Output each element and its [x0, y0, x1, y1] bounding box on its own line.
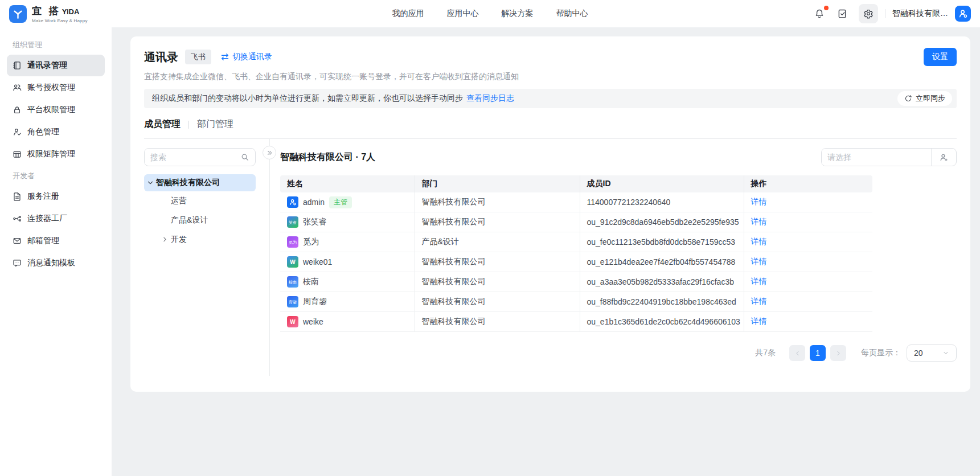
connector-icon [13, 214, 22, 223]
logo-cn: 宜 搭 [32, 5, 61, 18]
tree-item[interactable]: 产品&设计 [144, 211, 256, 230]
app-logo[interactable]: 宜 搭 YiDA Make Work Easy & Happy [9, 5, 88, 23]
member-detail-link[interactable]: 详情 [751, 297, 767, 306]
pagination-next-button[interactable] [830, 345, 846, 361]
chevron-down-icon[interactable] [146, 179, 154, 187]
member-name-cell: Wweike [280, 312, 415, 332]
member-id-cell: ou_e1b1c365d61de2c0cb62c4d496606103 [580, 312, 744, 332]
settings-button[interactable]: 设置 [924, 48, 957, 66]
sidebar-item-label: 通讯录管理 [27, 60, 67, 71]
sidebar-item-users[interactable]: 账号授权管理 [7, 77, 105, 99]
member-dept-cell: 产品&设计 [415, 232, 580, 252]
contacts-card: 通讯录 飞书 切换通讯录 设置 宜搭支持集成企业微信、飞书、企业自有通讯录，可实… [130, 36, 970, 392]
sidebar-item-chat[interactable]: 消息通知模板 [7, 252, 105, 274]
member-dept-cell: 智融科技有限公司 [415, 252, 580, 272]
logo-en: YiDA [62, 7, 80, 16]
source-badge: 飞书 [185, 50, 211, 64]
member-name: weike01 [303, 257, 332, 266]
top-menu: 我的应用应用中心解决方案帮助中心 [392, 9, 588, 19]
members-header-row: 智融科技有限公司 · 7人 [280, 148, 957, 166]
member-action-cell: 详情 [744, 272, 872, 292]
sync-now-button[interactable]: 立即同步 [897, 91, 952, 106]
chat-icon [13, 258, 22, 268]
sidebar-item-document[interactable]: 服务注册 [7, 186, 105, 207]
sidebar-item-address-book[interactable]: 通讯录管理 [7, 55, 105, 76]
page-title: 通讯录 [144, 50, 178, 65]
document-icon [13, 192, 22, 201]
pagination-total: 共7条 [755, 348, 776, 358]
member-detail-link[interactable]: 详情 [751, 197, 767, 206]
member-picker-input[interactable] [822, 149, 931, 166]
notification-dot [824, 6, 829, 10]
current-company-name[interactable]: 智融科技有限… [892, 9, 948, 19]
tree-item-label: 运营 [171, 196, 187, 206]
per-page-select[interactable]: 20 [907, 344, 957, 362]
column-header-3: 成员ID [580, 175, 744, 192]
members-title: 智融科技有限公司 · 7人 [280, 151, 375, 163]
collapse-tree-button[interactable] [263, 146, 276, 159]
member-name: 张笑睿 [303, 217, 327, 227]
page-description: 宜搭支持集成企业微信、飞书、企业自有通讯录，可实现统一账号登录，并可在客户端收到… [144, 72, 957, 82]
nav-menu-item-3[interactable]: 解决方案 [502, 9, 534, 19]
notification-bell-icon[interactable] [811, 5, 828, 22]
nav-menu-item-1[interactable]: 我的应用 [392, 9, 424, 19]
member-detail-link[interactable]: 详情 [751, 217, 767, 226]
tabs-row: 成员管理 部门管理 [144, 118, 957, 139]
switch-contacts-link[interactable]: 切换通讯录 [220, 52, 272, 62]
member-id-cell: ou_fe0c11213e5bdb8fd0dcb58e7159cc53 [580, 232, 744, 252]
sidebar-item-lock[interactable]: 平台权限管理 [7, 99, 105, 121]
yida-logo-icon [9, 5, 27, 23]
sidebar-section-title: 组织管理 [13, 40, 99, 50]
column-header-2: 部门 [415, 175, 580, 192]
member-detail-link[interactable]: 详情 [751, 277, 767, 286]
tab-member-management[interactable]: 成员管理 [144, 118, 181, 130]
member-dept-cell: 智融科技有限公司 [415, 212, 580, 232]
swap-icon [220, 52, 229, 61]
member-detail-link[interactable]: 详情 [751, 237, 767, 246]
sidebar-item-grid[interactable]: 权限矩阵管理 [7, 143, 105, 165]
sync-log-link[interactable]: 查看同步日志 [466, 93, 514, 104]
department-tree: 智融科技有限公司 运营产品&设计开发 [144, 174, 256, 249]
sidebar-item-mail[interactable]: 邮箱管理 [7, 230, 105, 252]
member-detail-link[interactable]: 详情 [751, 257, 767, 266]
pagination-page-1[interactable]: 1 [810, 345, 826, 361]
member-picker [821, 148, 957, 166]
user-avatar[interactable] [955, 6, 971, 22]
chevron-left-icon [794, 350, 801, 357]
settings-gear-icon[interactable] [859, 4, 878, 23]
todo-clipboard-icon[interactable] [834, 5, 851, 22]
tree-item[interactable]: 运营 [144, 191, 256, 211]
sync-icon [904, 95, 912, 102]
pagination-prev-button[interactable] [789, 345, 805, 361]
member-name-wrap: Wweike01 [287, 252, 408, 272]
pagination: 共7条 1 每页显示： 20 [280, 344, 957, 362]
tree-item[interactable]: 开发 [144, 230, 256, 249]
panel-divider [269, 139, 270, 376]
sidebar-item-label: 权限矩阵管理 [27, 149, 75, 159]
sidebar-item-person-check[interactable]: 角色管理 [7, 121, 105, 143]
tab-department-management[interactable]: 部门管理 [197, 118, 233, 130]
member-name: weike [303, 317, 323, 326]
member-name-wrap: 桉南桉南 [287, 272, 408, 292]
nav-menu-item-4[interactable]: 帮助中心 [556, 9, 588, 19]
member-detail-link[interactable]: 详情 [751, 317, 767, 326]
member-dept-cell: 智融科技有限公司 [415, 192, 580, 212]
per-page-label: 每页显示： [861, 348, 901, 358]
chevron-right-icon [835, 350, 842, 357]
logo-text: 宜 搭 YiDA Make Work Easy & Happy [32, 5, 88, 23]
tree-children: 运营产品&设计开发 [144, 191, 256, 249]
tree-search-input[interactable] [150, 153, 240, 162]
member-dept-cell: 智融科技有限公司 [415, 292, 580, 312]
add-person-button[interactable] [931, 149, 956, 166]
member-action-cell: 详情 [744, 312, 872, 332]
grid-icon [13, 150, 22, 159]
tree-root-company[interactable]: 智融科技有限公司 [144, 174, 256, 191]
table-row: admin主管智融科技有限公司1140007721232240640详情 [280, 192, 872, 212]
person-add-icon [939, 153, 949, 162]
member-id-cell: ou_e121b4dea2ee7f4e2fb04fb557454788 [580, 252, 744, 272]
sidebar-item-connector[interactable]: 连接器工厂 [7, 208, 105, 229]
nav-menu-item-2[interactable]: 应用中心 [447, 9, 479, 19]
member-action-cell: 详情 [744, 192, 872, 212]
chevron-right-icon[interactable] [161, 236, 169, 243]
member-avatar: 桉南 [287, 276, 298, 288]
